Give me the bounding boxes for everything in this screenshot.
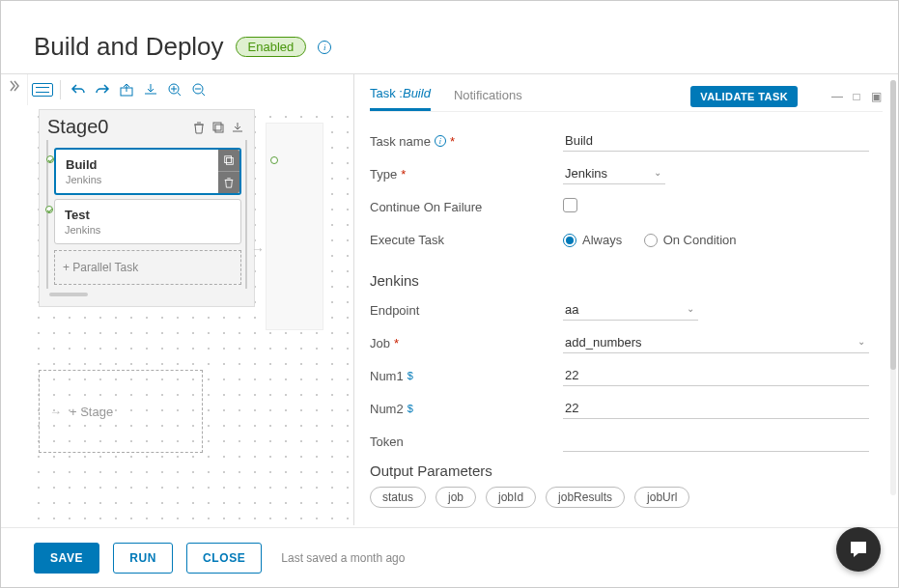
zoom-out-button[interactable]	[188, 79, 210, 100]
token-input[interactable]	[563, 431, 869, 452]
scrollbar[interactable]	[890, 80, 896, 495]
keyboard-icon[interactable]	[32, 79, 53, 100]
info-icon[interactable]: i	[435, 135, 446, 147]
chevrons-right-icon	[9, 80, 20, 92]
restore-icon[interactable]: □	[850, 90, 863, 103]
task-card-test[interactable]: Test Jenkins	[54, 199, 241, 244]
run-button[interactable]: RUN	[113, 543, 173, 574]
task-status-icon	[46, 155, 54, 163]
next-stage-hint: →	[266, 123, 323, 330]
chat-launcher[interactable]	[836, 527, 881, 572]
pipeline-canvas-column: Stage0 Build Jenkins	[27, 73, 353, 525]
import-button[interactable]	[140, 79, 161, 100]
task-status-icon	[45, 206, 53, 213]
svg-rect-3	[215, 125, 223, 132]
info-icon[interactable]: i	[318, 41, 331, 54]
task-title: Test	[65, 208, 231, 222]
num2-input[interactable]	[563, 398, 869, 419]
zoom-in-button[interactable]	[164, 79, 185, 100]
continue-on-failure-checkbox[interactable]	[563, 198, 577, 212]
section-output: Output Parameters	[370, 462, 869, 479]
export-button[interactable]	[116, 79, 137, 100]
delete-stage-icon[interactable]	[190, 119, 208, 136]
chip[interactable]: status	[370, 487, 426, 508]
page-title: Build and Deploy	[34, 32, 224, 62]
page-header: Build and Deploy Enabled i	[1, 1, 898, 73]
num1-input[interactable]	[563, 365, 869, 386]
chip[interactable]: jobUrl	[634, 487, 689, 508]
tab-notifications[interactable]: Notifications	[454, 84, 522, 110]
type-select[interactable]	[563, 163, 665, 184]
delete-task-icon[interactable]	[218, 172, 239, 193]
task-subtitle: Jenkins	[66, 174, 212, 185]
left-rail-toggle[interactable]	[1, 73, 27, 525]
download-stage-icon[interactable]	[229, 119, 246, 136]
endpoint-select[interactable]	[563, 299, 698, 321]
chip[interactable]: jobResults	[546, 487, 625, 508]
status-badge: Enabled	[236, 37, 307, 57]
save-button[interactable]: SAVE	[34, 543, 99, 574]
task-card-build[interactable]: Build Jenkins	[54, 148, 241, 195]
task-details-panel: Task :Build Notifications VALIDATE TASK …	[353, 73, 898, 525]
output-param-chips: status job jobId jobResults jobUrl	[370, 487, 869, 508]
execute-on-condition-radio[interactable]	[644, 234, 658, 247]
canvas-toolbar	[27, 74, 353, 105]
svg-rect-6	[225, 156, 232, 163]
chip[interactable]: job	[435, 487, 476, 508]
stage-title: Stage0	[47, 116, 188, 138]
footer: SAVE RUN CLOSE Last saved a month ago	[1, 527, 898, 587]
svg-rect-4	[213, 123, 221, 130]
undo-button[interactable]	[68, 79, 89, 100]
task-subtitle: Jenkins	[65, 224, 231, 236]
task-name-input[interactable]	[563, 130, 869, 152]
close-button[interactable]: CLOSE	[186, 543, 262, 574]
chat-icon	[847, 538, 870, 561]
last-saved-text: Last saved a month ago	[281, 551, 405, 565]
chip[interactable]: jobId	[486, 487, 536, 508]
tab-task[interactable]: Task :Build	[370, 82, 431, 111]
svg-rect-5	[226, 157, 233, 164]
maximize-icon[interactable]: ▣	[869, 90, 883, 103]
pipeline-canvas[interactable]: Stage0 Build Jenkins	[27, 105, 353, 526]
copy-stage-icon[interactable]	[210, 119, 227, 136]
copy-task-icon[interactable]	[218, 150, 239, 172]
task-title: Build	[66, 157, 212, 172]
execute-always-radio[interactable]	[563, 234, 576, 247]
minimize-icon[interactable]: —	[830, 90, 844, 103]
stage-card[interactable]: Stage0 Build Jenkins	[39, 109, 255, 307]
section-jenkins: Jenkins	[370, 272, 869, 289]
validate-task-button[interactable]: VALIDATE TASK	[690, 86, 798, 107]
redo-button[interactable]	[92, 79, 113, 100]
job-select[interactable]	[563, 332, 869, 353]
add-stage[interactable]: → + Stage	[39, 370, 203, 453]
add-parallel-task[interactable]: + Parallel Task	[54, 250, 241, 285]
